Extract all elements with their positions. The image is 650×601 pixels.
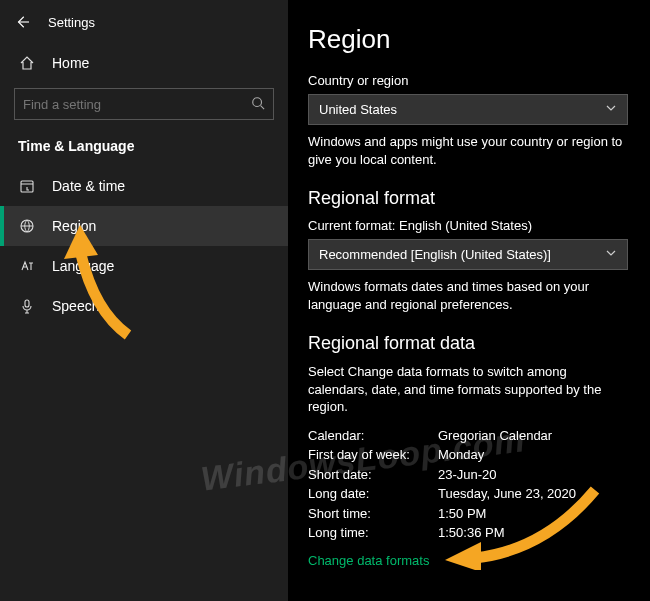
regional-format-heading: Regional format xyxy=(308,188,626,209)
data-help: Select Change data formats to switch amo… xyxy=(308,363,626,416)
country-dropdown[interactable]: United States xyxy=(308,94,628,125)
format-key: Long time: xyxy=(308,523,438,543)
settings-sidebar: Settings Home Time & Language Date & tim… xyxy=(0,0,288,601)
format-val: 1:50 PM xyxy=(438,504,486,524)
mic-icon xyxy=(18,297,36,315)
svg-point-0 xyxy=(253,97,262,106)
globe-icon xyxy=(18,217,36,235)
format-data-heading: Regional format data xyxy=(308,333,626,354)
sidebar-item-language[interactable]: Language xyxy=(0,246,288,286)
search-wrap xyxy=(0,82,288,134)
sidebar-item-label: Region xyxy=(52,218,96,234)
sidebar-item-label: Date & time xyxy=(52,178,125,194)
home-label: Home xyxy=(52,55,89,71)
search-input[interactable] xyxy=(23,97,251,112)
sidebar-item-speech[interactable]: Speech xyxy=(0,286,288,326)
chevron-down-icon xyxy=(605,247,617,262)
format-label: Current format: English (United States) xyxy=(308,218,626,233)
country-help: Windows and apps might use your country … xyxy=(308,133,626,168)
format-row: First day of week: Monday xyxy=(308,445,626,465)
format-table: Calendar: Gregorian Calendar First day o… xyxy=(308,426,626,543)
svg-rect-3 xyxy=(25,300,29,307)
search-box[interactable] xyxy=(14,88,274,120)
format-key: Calendar: xyxy=(308,426,438,446)
format-dropdown[interactable]: Recommended [English (United States)] xyxy=(308,239,628,270)
format-key: Short time: xyxy=(308,504,438,524)
format-val: Monday xyxy=(438,445,484,465)
format-key: Long date: xyxy=(308,484,438,504)
section-title: Time & Language xyxy=(0,134,288,166)
sidebar-item-date-time[interactable]: Date & time xyxy=(0,166,288,206)
format-help: Windows formats dates and times based on… xyxy=(308,278,626,313)
country-value: United States xyxy=(319,102,397,117)
format-key: First day of week: xyxy=(308,445,438,465)
format-key: Short date: xyxy=(308,465,438,485)
sidebar-item-label: Language xyxy=(52,258,114,274)
sidebar-item-label: Speech xyxy=(52,298,99,314)
main-pane: Region Country or region United States W… xyxy=(288,0,650,601)
search-icon xyxy=(251,96,265,113)
app-title: Settings xyxy=(48,15,95,30)
chevron-down-icon xyxy=(605,102,617,117)
language-icon xyxy=(18,257,36,275)
sidebar-header: Settings xyxy=(0,10,288,44)
format-value: Recommended [English (United States)] xyxy=(319,247,551,262)
format-row: Short time: 1:50 PM xyxy=(308,504,626,524)
format-val: Gregorian Calendar xyxy=(438,426,552,446)
country-label: Country or region xyxy=(308,73,626,88)
sidebar-item-region[interactable]: Region xyxy=(0,206,288,246)
page-title: Region xyxy=(308,24,626,55)
format-val: 1:50:36 PM xyxy=(438,523,505,543)
clock-icon xyxy=(18,177,36,195)
home-icon xyxy=(18,54,36,72)
back-icon[interactable] xyxy=(14,14,30,30)
format-val: Tuesday, June 23, 2020 xyxy=(438,484,576,504)
format-row: Calendar: Gregorian Calendar xyxy=(308,426,626,446)
home-nav[interactable]: Home xyxy=(0,44,288,82)
change-data-formats-link[interactable]: Change data formats xyxy=(308,543,626,568)
format-row: Short date: 23-Jun-20 xyxy=(308,465,626,485)
format-val: 23-Jun-20 xyxy=(438,465,497,485)
format-row: Long time: 1:50:36 PM xyxy=(308,523,626,543)
format-row: Long date: Tuesday, June 23, 2020 xyxy=(308,484,626,504)
